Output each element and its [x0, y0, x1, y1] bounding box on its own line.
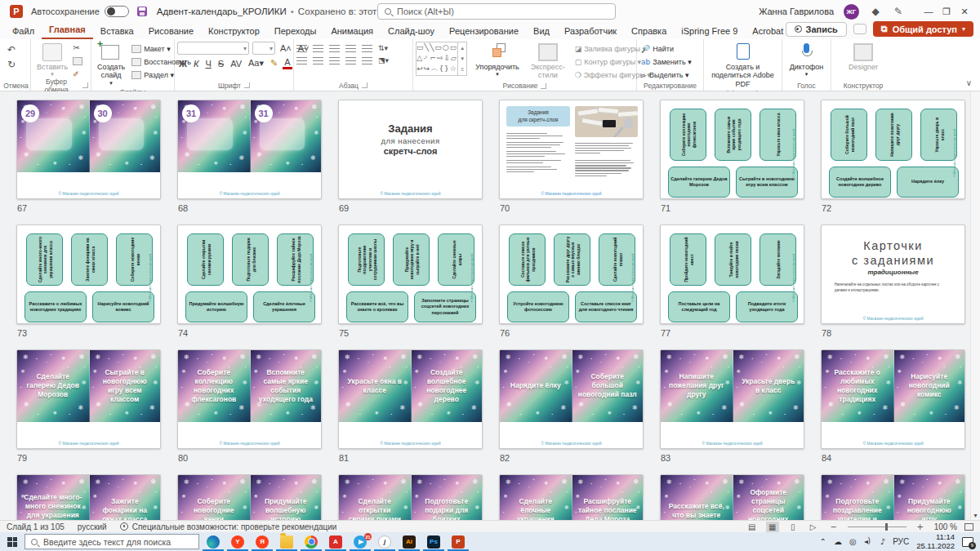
taskbar-app-folder-icon[interactable]	[274, 532, 299, 551]
numbering-icon[interactable]	[313, 45, 323, 52]
select-button[interactable]: ▻Выделить ▾	[639, 69, 693, 81]
slide-thumbnail-78[interactable]: Карточкис заданиямитрадиционныеНапечатай…	[821, 224, 965, 324]
zoom-level[interactable]: 100 %	[934, 522, 957, 531]
slide-thumbnail-69[interactable]: Заданиядля нанесенияскретч-слоя© Магазин…	[338, 100, 483, 199]
indent-decrease-icon[interactable]	[329, 45, 340, 52]
tab-ispring-free-9[interactable]: iSpring Free 9	[674, 24, 745, 39]
language-switcher[interactable]: РУС	[893, 537, 909, 546]
cloud-icon[interactable]: ☁	[834, 537, 842, 546]
save-icon[interactable]	[137, 7, 147, 16]
tab-рецензирование[interactable]: Рецензирование	[442, 24, 526, 39]
arrange-button[interactable]: Упорядочить▾	[472, 42, 523, 79]
slide-thumbnail-90[interactable]: ❄••❄❄•❄❄•❄•❄•❄••Подготовьте поздравление…	[821, 474, 965, 520]
tab-рисование[interactable]: Рисование	[141, 24, 201, 39]
slide-thumbnail-71[interactable]: Соберите коллекцию новогодних флексагоно…	[660, 100, 804, 199]
start-button[interactable]	[2, 532, 23, 551]
slide-thumbnail-74[interactable]: Сделайте открытки своими рукамиПодготовь…	[177, 224, 322, 324]
comments-icon[interactable]	[853, 24, 866, 34]
slide-thumbnail-73[interactable]: Сделайте много-много снежинок для украше…	[16, 224, 161, 324]
close-button[interactable]: ✕	[956, 7, 973, 17]
tray-expand-icon[interactable]: ⌃	[820, 537, 826, 546]
slide-thumbnail-87[interactable]: ❄••❄❄•❄❄•❄•❄•❄••Сделайте открытки своими…	[338, 474, 483, 520]
volume-icon[interactable]	[864, 538, 873, 546]
reading-view-button[interactable]: ▯	[786, 522, 800, 532]
replace-button[interactable]: abЗаменить ▾	[639, 56, 693, 68]
zoom-slider[interactable]	[848, 527, 906, 527]
text-direction-icon[interactable]: ⇅▾	[378, 44, 388, 52]
redo-icon[interactable]: ↻	[7, 59, 16, 70]
align-right-icon[interactable]	[329, 57, 340, 64]
designer-button[interactable]: Designer	[845, 42, 881, 73]
action-center-icon[interactable]: 9	[962, 537, 973, 547]
slide-thumbnail-72[interactable]: Соберите большой новогодний пазлНапишите…	[821, 100, 965, 199]
columns-icon[interactable]	[362, 57, 372, 64]
char-spacing-icon[interactable]: AV	[229, 59, 243, 69]
font-size-select[interactable]: ▾	[252, 42, 275, 55]
font-name-select[interactable]: ▾	[177, 42, 249, 55]
cut-icon[interactable]: ✂	[73, 43, 82, 52]
zoom-in-icon[interactable]: +	[914, 522, 927, 532]
taskbar-app-y-icon[interactable]: Y	[225, 532, 250, 551]
taskbar-app-j-icon[interactable]: j	[372, 532, 397, 551]
taskbar-search[interactable]: Введите здесь текст для поиска	[24, 534, 199, 549]
tab-анимация[interactable]: Анимация	[323, 24, 381, 39]
taskbar-app-tg-icon[interactable]: 21	[348, 532, 372, 551]
align-center-icon[interactable]	[313, 57, 323, 64]
minimize-button[interactable]: —	[920, 7, 938, 17]
align-left-icon[interactable]	[296, 57, 307, 64]
slideshow-button[interactable]: ▷	[807, 522, 820, 532]
taskbar-app-ps-icon[interactable]: Ps	[421, 532, 446, 551]
slide-thumbnail-81[interactable]: ❄••❄❄•❄❄•❄•❄•❄••Украсьте окна в классе❄•…	[338, 349, 483, 449]
slide-thumbnail-80[interactable]: ❄••❄❄•❄❄•❄•❄•❄••Соберите коллекцию новог…	[177, 349, 322, 449]
slide-thumbnail-76[interactable]: Составьте список фильмов для уютных праз…	[499, 224, 644, 324]
tab-справка[interactable]: Справка	[624, 24, 674, 39]
slide-sorter-view-button[interactable]: ▦	[766, 522, 779, 532]
zoom-out-icon[interactable]: −	[827, 522, 840, 532]
adobe-pdf-button[interactable]: Создать и поделиться Adobe PDF	[705, 42, 782, 90]
scroll-down-icon[interactable]: ▼	[973, 513, 978, 518]
copy-icon[interactable]	[73, 54, 82, 69]
restore-button[interactable]: ❐	[938, 7, 956, 17]
font-color-icon[interactable]: А	[283, 57, 292, 69]
clock[interactable]: 11:14 25.11.2022	[916, 533, 955, 550]
slide-thumbnail-86[interactable]: ❄••❄❄•❄❄•❄•❄•❄••Соберите новогодние венк…	[177, 474, 322, 520]
slide-thumbnail-67[interactable]: ❄••❄❄•❄❄•❄•❄•❄••29❄••❄❄•❄❄•❄•❄•❄••30© Ма…	[16, 100, 161, 199]
slide-thumbnail-82[interactable]: ❄••❄❄•❄❄•❄•❄•❄••Нарядите ёлку❄••❄❄•❄❄•❄•…	[499, 349, 644, 449]
normal-view-button[interactable]: ▤	[746, 522, 759, 532]
autosave-toggle[interactable]	[105, 6, 129, 17]
taskbar-app-acrobat-icon[interactable]: A	[323, 532, 348, 551]
find-button[interactable]: 🔎Найти	[639, 43, 693, 55]
record-button[interactable]: Запись	[786, 22, 847, 37]
tab-слайд-шоу[interactable]: Слайд-шоу	[381, 24, 442, 39]
slide-thumbnail-75[interactable]: Подготовьте поздравление учителям и сотр…	[338, 224, 483, 324]
slide-thumbnail-84[interactable]: ❄••❄❄•❄❄•❄•❄•❄••Расскажите о любимых нов…	[821, 349, 965, 449]
italic-button[interactable]: К	[192, 59, 200, 69]
underline-button[interactable]: Ч	[203, 59, 212, 69]
shapes-gallery[interactable]: ▭╲╲▭○▭△⌏⌐⇨⇩▱↩↪︵{}☆ ▲▼≡	[416, 42, 467, 76]
tab-acrobat[interactable]: Acrobat	[745, 24, 791, 39]
slide-thumbnail-70[interactable]: Задания для скретч-слоя© Магазин педагог…	[499, 100, 644, 199]
slide-thumbnail-88[interactable]: ❄••❄❄•❄❄•❄•❄•❄••Сделайте ёлочные украшен…	[499, 474, 644, 520]
avatar[interactable]: ЖГ	[844, 4, 859, 20]
quick-styles-button[interactable]: Экспресс-стили	[528, 42, 568, 82]
slide-thumbnail-79[interactable]: ❄••❄❄•❄❄•❄•❄•❄••Сделайте галерею Дедов М…	[16, 349, 161, 449]
taskbar-app-chrome-icon[interactable]	[299, 532, 323, 551]
tab-вид[interactable]: Вид	[526, 24, 557, 39]
taskbar-app-edge-icon[interactable]	[201, 532, 225, 551]
pen-icon[interactable]: ✎	[892, 6, 905, 17]
language-indicator[interactable]: русский	[78, 522, 107, 531]
dictaphone-button[interactable]: Диктофон▾	[786, 42, 827, 79]
slide-thumbnail-77[interactable]: Пройдите новогодний квестТанцуйте и пойт…	[660, 224, 804, 324]
search-box[interactable]: Поиск (Alt+Ы)	[377, 3, 616, 20]
audio-device-icon[interactable]: ♪	[880, 537, 885, 546]
paste-button[interactable]: Вставить▾	[33, 42, 71, 79]
fit-to-window-icon[interactable]	[964, 523, 973, 531]
increase-font-icon[interactable]: A˄	[278, 43, 293, 53]
taskbar-app-ai-icon[interactable]: Ai	[397, 532, 421, 551]
tab-вставка[interactable]: Вставка	[93, 24, 141, 39]
tab-файл[interactable]: Файл	[5, 24, 42, 39]
slide-thumbnail-89[interactable]: ❄••❄❄•❄❄•❄•❄•❄••Расскажите всё, что вы з…	[660, 474, 804, 520]
slide-thumbnail-83[interactable]: ❄••❄❄•❄❄•❄•❄•❄••Напишите пожелания друг …	[660, 349, 804, 449]
smartart-convert-icon[interactable]: ⬔▾	[378, 56, 389, 64]
strikethrough-button[interactable]: S	[216, 59, 225, 69]
